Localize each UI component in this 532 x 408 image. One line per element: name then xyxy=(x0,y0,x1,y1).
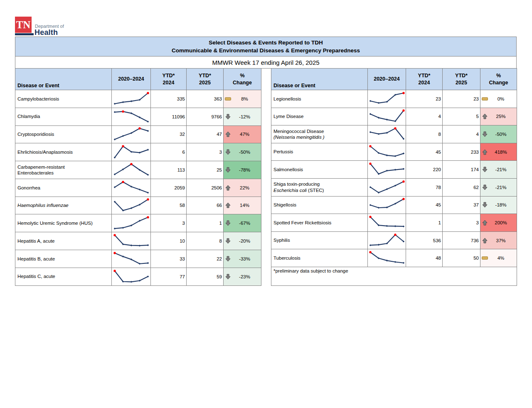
disease-name-cell: Hepatitis A, acute xyxy=(15,232,112,250)
sparkline-point xyxy=(402,262,404,264)
sparkline-point xyxy=(130,281,132,283)
percent-change-cell: -23% xyxy=(224,268,261,285)
trend-sparkline-cell xyxy=(368,196,406,214)
down-arrow-icon xyxy=(225,274,231,280)
trend-sparkline-cell xyxy=(112,161,151,179)
sparkline-chart xyxy=(368,91,406,106)
ytd-2025-value: 736 xyxy=(443,231,480,249)
sparkline-point xyxy=(402,226,404,228)
disease-name-cell: Salmonellosis xyxy=(271,161,368,179)
sparkline-point xyxy=(138,245,140,247)
sparkline-high-point xyxy=(369,251,371,253)
sparkline-high-point xyxy=(402,92,404,94)
sparkline-point xyxy=(113,103,116,105)
sparkline-chart xyxy=(368,215,406,230)
down-arrow-icon xyxy=(225,149,231,155)
down-arrow-icon xyxy=(482,131,488,137)
percent-change-cell: 0% xyxy=(480,90,517,108)
ytd-2025-value: 8 xyxy=(187,232,224,250)
sparkline-high-point xyxy=(147,92,149,94)
header-row: Disease or Event 2020–2024 YTD*2024 YTD*… xyxy=(271,69,517,90)
sparkline-high-point xyxy=(122,181,124,183)
sparkline-chart xyxy=(113,145,150,160)
sparkline-chart xyxy=(368,197,406,212)
trend-sparkline-cell xyxy=(112,125,151,143)
ytd-2024-value: 78 xyxy=(406,178,443,196)
footnote-text: *preliminary data subject to change xyxy=(271,267,517,285)
sparkline-high-point xyxy=(113,270,116,272)
percent-change-cell: 25% xyxy=(480,108,517,125)
sparkline-chart xyxy=(113,233,150,248)
disease-name-cell: Shigellosis xyxy=(271,196,368,214)
table-row: Hepatitis B, acute 33 22 -33% xyxy=(15,250,261,268)
percent-change-cell: 8% xyxy=(224,90,261,108)
ytd-2024-value: 6 xyxy=(151,143,187,161)
ytd-2025-value: 4 xyxy=(443,125,480,143)
trend-sparkline-cell xyxy=(368,143,406,161)
sparkline-high-point xyxy=(369,216,371,218)
disease-table-left: Disease or Event 2020–2024 YTD*2024 YTD*… xyxy=(15,68,261,286)
disease-name-cell: Hepatitis C, acute xyxy=(15,268,112,285)
down-arrow-icon xyxy=(225,220,231,226)
trend-sparkline-cell xyxy=(112,250,151,268)
sparkline-high-point xyxy=(402,110,404,112)
sparkline-point xyxy=(369,244,371,246)
ytd-2024-value: 45 xyxy=(406,143,443,161)
up-arrow-icon xyxy=(482,238,488,243)
ytd-2024-value: 23 xyxy=(406,90,443,108)
ytd-2024-value: 335 xyxy=(151,90,187,108)
percent-change-value: -78% xyxy=(231,167,261,172)
sparkline-chart xyxy=(113,109,150,124)
ytd-2025-value: 22 xyxy=(187,250,224,268)
disease-name: Pertussis xyxy=(273,149,293,154)
disease-name: Meningococcal Disease(Neisseria meningit… xyxy=(273,129,325,140)
percent-change-value: -23% xyxy=(231,274,261,279)
column-header-ytd-2025: YTD*2025 xyxy=(187,69,224,90)
column-header-disease: Disease or Event xyxy=(271,69,368,90)
sparkline-high-point xyxy=(138,128,140,130)
sparkline-point xyxy=(130,244,132,246)
table-row: Lyme Disease 4 5 25% xyxy=(271,108,517,125)
disease-name: Carbapenem-resistantEnterobacterales xyxy=(17,165,65,175)
ytd-2025-value: 3 xyxy=(187,143,224,161)
percent-change-cell: -78% xyxy=(224,161,261,179)
ytd-2025-value: 9766 xyxy=(187,108,224,125)
percent-change-value: 37% xyxy=(488,238,517,243)
trend-sparkline-cell xyxy=(112,108,151,125)
table-row: Meningococcal Disease(Neisseria meningit… xyxy=(271,125,517,143)
trend-sparkline-cell xyxy=(368,90,406,108)
column-header-percent-change: %Change xyxy=(480,69,517,90)
disease-name: Ehrlichiosis/Anaplasmosis xyxy=(17,150,73,155)
table-row: Gonorrhea 2059 2506 22% xyxy=(15,179,261,197)
no-change-dash-icon xyxy=(225,97,231,101)
sparkline-point xyxy=(386,260,388,262)
sparkline-high-point xyxy=(402,198,404,200)
sparkline-point xyxy=(113,228,116,230)
sparkline-chart xyxy=(113,269,150,284)
percent-change-cell: 22% xyxy=(224,179,261,197)
percent-change-value: 14% xyxy=(231,203,261,208)
disease-name: Hepatitis B, acute xyxy=(17,256,55,261)
sparkline-chart xyxy=(368,145,406,160)
sparkline-chart xyxy=(113,180,150,195)
ytd-2025-value: 59 xyxy=(187,268,224,285)
down-arrow-icon xyxy=(225,167,231,173)
report-title-line1: Select Diseases & Events Reported to TDH xyxy=(209,39,323,46)
sparkline-point xyxy=(386,119,388,121)
trend-sparkline-cell xyxy=(368,108,406,125)
sparkline-high-point xyxy=(394,233,396,236)
sparkline-high-point xyxy=(147,216,149,219)
percent-change-value: 0% xyxy=(488,96,517,101)
sparkline-point xyxy=(147,262,149,264)
sparkline-chart xyxy=(113,216,150,231)
sparkline-high-point xyxy=(113,234,116,236)
percent-change-value: 8% xyxy=(231,96,261,101)
disease-name: Campylobacteriosis xyxy=(17,96,59,101)
ytd-2025-value: 233 xyxy=(443,143,480,161)
column-header-trend: 2020–2024 xyxy=(368,69,406,90)
percent-change-cell: -50% xyxy=(480,125,517,143)
disease-name: Shiga toxin-producingEscherichia coli (S… xyxy=(273,182,324,192)
sparkline-chart xyxy=(368,109,406,124)
disease-name: Salmonellosis xyxy=(273,167,303,172)
sparkline-chart xyxy=(113,127,150,142)
